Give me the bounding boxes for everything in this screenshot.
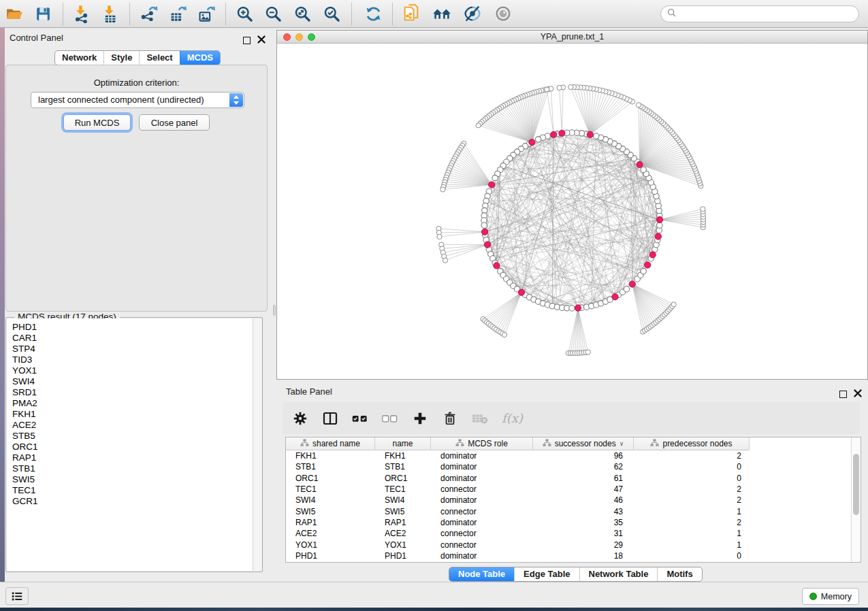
mcds-result-item[interactable]: FKH1 <box>7 409 261 420</box>
zoom-selected-icon[interactable] <box>321 3 342 24</box>
mcds-result-item[interactable]: YOX1 <box>7 365 261 376</box>
search-field[interactable] <box>660 5 859 22</box>
close-panel-icon[interactable] <box>854 388 862 400</box>
mcds-result-item[interactable]: STB5 <box>7 431 261 442</box>
column-header-mcds-role[interactable]: MCDS role <box>431 437 533 450</box>
tab-node-table[interactable]: Node Table <box>449 567 514 581</box>
mcds-result-item[interactable]: STB1 <box>7 463 261 474</box>
table-cell: ACE2 <box>375 529 431 538</box>
delete-column-icon[interactable] <box>442 410 458 427</box>
select-all-columns-icon[interactable] <box>352 410 368 427</box>
unselect-all-columns-icon[interactable] <box>382 410 398 427</box>
table-cell: connector <box>431 540 533 550</box>
column-layout-icon[interactable] <box>322 410 338 427</box>
import-table-icon[interactable] <box>99 3 120 24</box>
table-cell: 0 <box>634 551 750 561</box>
table-row[interactable]: FKH1FKH1dominator962 <box>286 450 851 461</box>
tab-mcds[interactable]: MCDS <box>180 51 220 65</box>
table-row[interactable]: SWI5SWI5connector431 <box>286 506 851 516</box>
table-cell: dominator <box>431 474 533 483</box>
table-cell: 1 <box>634 529 750 538</box>
node-table-body[interactable]: FKH1FKH1dominator962STB1STB1dominator620… <box>286 450 851 562</box>
memory-button[interactable]: Memory <box>802 588 859 605</box>
column-header-label: shared name <box>312 439 360 448</box>
zoom-in-icon[interactable] <box>234 3 255 24</box>
mcds-result-item[interactable]: TID3 <box>7 354 261 365</box>
show-all-houses-icon[interactable] <box>432 3 452 24</box>
network-window-titlebar[interactable]: YPA_prune.txt_1 <box>277 31 867 44</box>
add-column-icon[interactable] <box>412 410 428 427</box>
tab-motifs[interactable]: Motifs <box>657 567 701 581</box>
tab-style[interactable]: Style <box>103 51 139 65</box>
mcds-result-item[interactable]: PMA2 <box>7 398 261 409</box>
tab-edge-table[interactable]: Edge Table <box>514 567 579 581</box>
table-row[interactable]: PHD1PHD1dominator180 <box>286 550 851 561</box>
mcds-result-item[interactable]: GCR1 <box>7 496 261 507</box>
table-row[interactable]: STB1STB1dominator620 <box>286 461 851 472</box>
import-network-icon[interactable] <box>71 3 91 24</box>
table-row[interactable]: ACE2ACE2connector311 <box>286 528 851 539</box>
table-scrollbar-thumb[interactable] <box>853 454 859 515</box>
float-panel-icon[interactable] <box>243 37 251 44</box>
mcds-result-item[interactable]: SWI5 <box>7 474 261 485</box>
status-bar: Memory <box>0 582 868 608</box>
column-header-predecessor-nodes[interactable]: predecessor nodes <box>634 437 750 450</box>
table-row[interactable]: RAP1RAP1dominator352 <box>286 517 851 528</box>
node-table-header: shared namenameMCDS rolesuccessor nodes∨… <box>286 437 851 450</box>
export-network-icon[interactable] <box>138 3 159 24</box>
table-cell: TEC1 <box>286 484 375 494</box>
run-mcds-button[interactable]: Run MCDS <box>63 114 131 131</box>
table-cell: 1 <box>634 540 750 550</box>
hide-selected-icon[interactable] <box>462 3 483 24</box>
layout-refresh-icon[interactable] <box>363 3 383 24</box>
optimization-criterion-select[interactable]: largest connected component (undirected) <box>31 92 244 108</box>
table-scrollbar[interactable] <box>851 437 861 562</box>
float-panel-icon[interactable] <box>839 391 847 398</box>
table-cell: PHD1 <box>375 551 431 561</box>
close-panel-icon[interactable] <box>257 34 266 46</box>
mcds-result-item[interactable]: SWI4 <box>7 376 261 387</box>
save-session-icon[interactable] <box>33 3 53 24</box>
close-panel-button[interactable]: Close panel <box>139 114 210 131</box>
table-row[interactable]: TEC1TEC1connector472 <box>286 484 851 495</box>
show-hidden-eye-icon[interactable] <box>493 3 513 24</box>
export-table-icon[interactable] <box>167 3 187 24</box>
mcds-result-list[interactable]: PHD1CAR1STP4TID3YOX1SWI4SRD1PMA2FKH1ACE2… <box>7 318 261 571</box>
column-header-name[interactable]: name <box>375 437 431 450</box>
table-row[interactable]: SWI4SWI4dominator462 <box>286 495 851 506</box>
mcds-result-item[interactable]: PHD1 <box>7 322 261 333</box>
table-panel-tabs: Node TableEdge TableNetwork TableMotifs <box>449 567 703 582</box>
task-history-button[interactable] <box>5 587 29 605</box>
mcds-result-item[interactable]: CAR1 <box>7 333 261 344</box>
table-settings-gear-icon[interactable] <box>292 410 308 427</box>
open-file-icon[interactable] <box>4 3 25 24</box>
table-panel-title: Table Panel <box>286 386 332 397</box>
table-cell: 2 <box>634 518 750 527</box>
tab-select[interactable]: Select <box>139 51 179 65</box>
mcds-result-item[interactable]: SRD1 <box>7 387 261 398</box>
shared-column-icon <box>300 439 309 449</box>
mcds-result-item[interactable]: ORC1 <box>7 442 261 452</box>
tab-network[interactable]: Network <box>55 51 103 65</box>
zoom-fit-icon[interactable] <box>292 3 312 24</box>
search-input[interactable] <box>681 7 858 21</box>
column-header-shared-name[interactable]: shared name <box>286 437 375 450</box>
optimization-criterion-label: Optimization criterion: <box>6 78 267 88</box>
table-cell: dominator <box>431 551 533 561</box>
column-header-successor-nodes[interactable]: successor nodes∨ <box>533 437 634 450</box>
control-panel-tabs: NetworkStyleSelectMCDS <box>54 50 221 65</box>
splitter-handle[interactable] <box>273 305 276 316</box>
table-cell: SWI4 <box>375 495 431 505</box>
mcds-result-item[interactable]: TEC1 <box>7 485 261 496</box>
mcds-result-item[interactable]: STP4 <box>7 344 261 354</box>
mcds-result-item[interactable]: RAP1 <box>7 452 261 463</box>
zoom-out-icon[interactable] <box>263 3 283 24</box>
table-row[interactable]: ORC1ORC1dominator610 <box>286 473 851 484</box>
tab-network-table[interactable]: Network Table <box>579 567 658 581</box>
export-image-icon[interactable] <box>195 3 216 24</box>
clone-network-icon[interactable] <box>401 3 421 24</box>
table-row[interactable]: YOX1YOX1connector291 <box>286 539 851 550</box>
network-canvas[interactable] <box>277 44 867 379</box>
mcds-result-item[interactable]: ACE2 <box>7 420 261 431</box>
mcds-list-scrollbar[interactable] <box>253 318 261 571</box>
